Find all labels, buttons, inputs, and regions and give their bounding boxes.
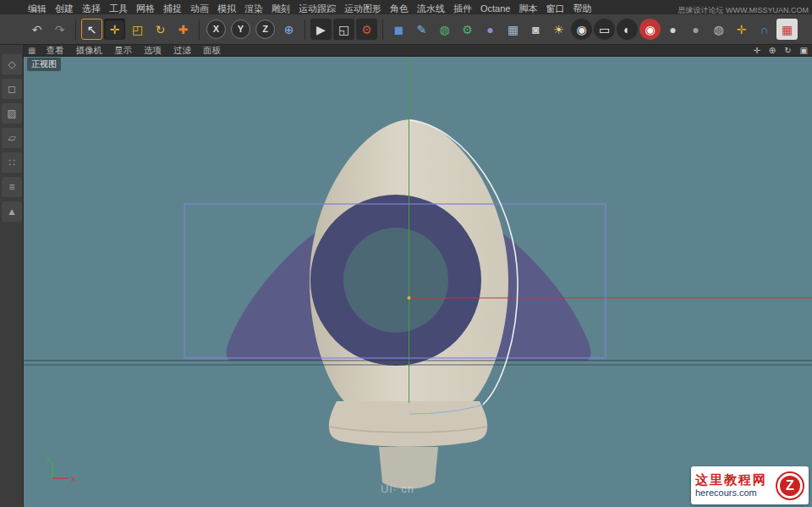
viewport-view-controls: ✛⊕↻▣: [749, 46, 812, 55]
scene-canvas[interactable]: Y X: [24, 57, 812, 507]
material-sphere-3-icon[interactable]: ◍: [708, 19, 729, 40]
menubar-item[interactable]: 帮助: [568, 3, 595, 14]
menubar-item[interactable]: 雕刻: [267, 3, 294, 14]
display-mode-icon[interactable]: ▭: [594, 19, 615, 40]
spline-pen-button[interactable]: ✎: [411, 19, 432, 40]
viewport-view-label[interactable]: 正视图: [27, 58, 61, 71]
left-mode-palette: ◇◻▨▱∷≡▲: [0, 45, 24, 507]
redo-icon[interactable]: ↷: [49, 19, 70, 40]
menubar-item[interactable]: 插件: [449, 3, 476, 14]
badge-url: herecours.com: [695, 488, 776, 499]
add-cube-button[interactable]: ◼: [388, 19, 409, 40]
viewport-menu-bar: ▦ 查看摄像机显示选项过滤面板 ✛⊕↻▣: [24, 45, 812, 57]
menubar-item[interactable]: 运动图形: [340, 3, 386, 14]
toolbar-separator: [304, 19, 305, 40]
render-settings-button[interactable]: ⚙: [356, 19, 377, 40]
snap-toggle-icon[interactable]: ∩: [754, 19, 775, 40]
move-tool[interactable]: ✛: [104, 19, 125, 40]
texture-mode-icon[interactable]: ▨: [2, 103, 22, 124]
menubar-item[interactable]: 工具: [105, 3, 132, 14]
menubar-item[interactable]: 模拟: [213, 3, 240, 14]
record-view-icon[interactable]: ◉: [571, 19, 592, 40]
z-axis-lock-button[interactable]: Z: [255, 19, 275, 39]
main-toolbar: ↶↷↖✛◰↻✚XYZ⊕▶◱⚙◼✎◍⚙●▦◙☀◉▭◐◉●●◍✛∩▦: [0, 14, 812, 45]
rotate-tool[interactable]: ↻: [150, 19, 171, 40]
menubar-item[interactable]: 角色: [386, 3, 413, 14]
viewport[interactable]: Y X 正视图 Ui· cn: [24, 57, 812, 507]
toolbar-separator: [382, 19, 383, 40]
menubar-item[interactable]: 捕捉: [159, 3, 186, 14]
workplane-mode-icon[interactable]: ▱: [2, 128, 22, 148]
model-mode-icon[interactable]: ◻: [2, 79, 22, 99]
menu-items: 编辑创建选择工具网格捕捉动画模拟渲染雕刻运动跟踪运动图形角色流水线插件Octan…: [24, 0, 595, 15]
menubar-item[interactable]: 选择: [78, 3, 105, 14]
rotate-view-icon[interactable]: ↻: [780, 46, 795, 55]
axis-label-y: Y: [46, 455, 51, 464]
badge-logo-letter: Z: [780, 476, 800, 496]
zoom-view-icon[interactable]: ⊕: [765, 46, 780, 55]
workplane-icon[interactable]: ▦: [776, 19, 798, 40]
points-mode-icon[interactable]: ∷: [2, 152, 22, 173]
viewport-center-watermark: Ui· cn: [381, 482, 414, 495]
camera-button[interactable]: ◙: [525, 19, 546, 40]
render-active-icon[interactable]: ◉: [639, 19, 661, 40]
viewport-menu-item[interactable]: 查看: [40, 45, 69, 57]
viewport-grid-icon[interactable]: ▦: [24, 46, 40, 55]
menubar-item[interactable]: 编辑: [24, 3, 51, 14]
deformers-button[interactable]: ●: [480, 19, 501, 40]
axis-center-handle[interactable]: [408, 296, 411, 300]
app-window: { "menu_bar": { "items": ["编辑","创建","选择"…: [0, 0, 812, 507]
menubar-item[interactable]: 窗口: [541, 3, 568, 14]
viewport-menu-item[interactable]: 选项: [138, 45, 167, 57]
render-region-button[interactable]: ◱: [333, 19, 354, 40]
pan-view-icon[interactable]: ✛: [749, 46, 764, 55]
make-editable-icon[interactable]: ◇: [2, 54, 22, 74]
material-sphere-1-icon[interactable]: ●: [662, 19, 683, 40]
badge-logo: Z: [776, 471, 804, 500]
coordinate-system-button[interactable]: ⊕: [278, 19, 299, 40]
rocket-base[interactable]: [329, 401, 487, 447]
menubar-item[interactable]: 创建: [51, 3, 78, 14]
scale-tool[interactable]: ◰: [127, 19, 148, 40]
generators-button[interactable]: ⚙: [457, 19, 478, 40]
menubar-item[interactable]: 脚本: [514, 3, 541, 14]
menubar-item[interactable]: 动画: [186, 3, 213, 14]
badge-text: 这里教程网 herecours.com: [695, 472, 776, 499]
viewport-menu-items: 查看摄像机显示选项过滤面板: [40, 45, 227, 57]
menubar-item[interactable]: Octane: [476, 3, 514, 14]
menubar-item[interactable]: 运动跟踪: [294, 3, 340, 14]
menubar-item[interactable]: 渲染: [240, 3, 267, 14]
x-axis-lock-button[interactable]: X: [206, 19, 226, 39]
watermark-top-right: 思缘设计论坛 WWW.MISSYUAN.COM: [678, 5, 809, 16]
viewport-menu-item[interactable]: 摄像机: [69, 45, 108, 57]
toggle-view-icon[interactable]: ▣: [796, 46, 812, 55]
toolbar-separator: [199, 19, 200, 40]
tutorial-site-badge: 这里教程网 herecours.com Z: [691, 466, 809, 504]
viewport-menu-item[interactable]: 面板: [197, 45, 227, 57]
shading-toggle-icon[interactable]: ◐: [617, 19, 638, 40]
viewport-menu-item[interactable]: 过滤: [167, 45, 197, 57]
render-view-button[interactable]: ▶: [310, 19, 332, 40]
live-selection-tool[interactable]: ↖: [81, 19, 102, 40]
toolbar-separator: [75, 19, 76, 40]
light-button[interactable]: ☀: [548, 19, 569, 40]
axes-display-icon[interactable]: ✛: [731, 19, 752, 40]
y-axis-lock-button[interactable]: Y: [231, 19, 250, 39]
menubar-item[interactable]: 网格: [132, 3, 159, 14]
axis-label-x: X: [71, 475, 76, 483]
badge-title: 这里教程网: [695, 472, 776, 488]
menubar-item[interactable]: 流水线: [413, 3, 449, 14]
last-used-tool[interactable]: ✚: [173, 19, 194, 40]
material-sphere-2-icon[interactable]: ●: [685, 19, 706, 40]
undo-icon[interactable]: ↶: [26, 19, 47, 40]
subdivision-surface-button[interactable]: ◍: [434, 19, 455, 40]
polygons-mode-icon[interactable]: ▲: [2, 201, 22, 222]
rocket-window-glass[interactable]: [343, 228, 448, 333]
viewport-menu-item[interactable]: 显示: [108, 45, 138, 57]
edges-mode-icon[interactable]: ≡: [2, 177, 22, 197]
floor-button[interactable]: ▦: [502, 19, 524, 40]
